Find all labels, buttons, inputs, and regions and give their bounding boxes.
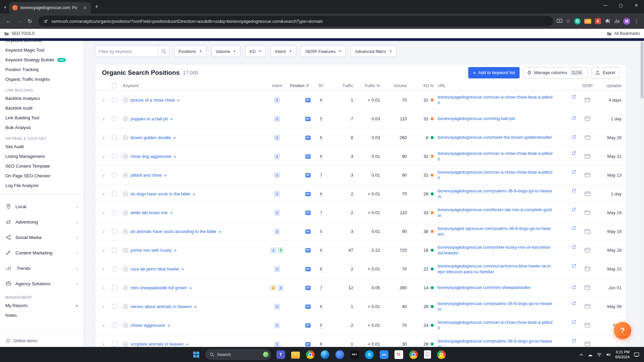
row-expand-chevron-icon[interactable]: › [99, 228, 111, 235]
col-volume[interactable]: Volume [380, 83, 407, 88]
keyword-link[interactable]: chow dog aggressive [130, 154, 171, 159]
keyword-serp-chevrons-icon[interactable]: » [174, 248, 176, 253]
sidebar-item-backlink-analytics[interactable]: Backlink Analytics [0, 94, 84, 103]
serp-feature-position-icon[interactable] [305, 285, 311, 291]
keyword-serp-chevrons-icon[interactable]: » [174, 154, 176, 159]
forward-button[interactable]: → [14, 16, 24, 26]
keyword-filter-input[interactable] [95, 46, 158, 57]
view-serp-icon[interactable] [585, 210, 590, 215]
bookmarks-folder-label[interactable]: SEO TOOLS [11, 31, 35, 36]
external-link-icon[interactable] [572, 226, 576, 230]
scrollbar-thumb[interactable] [641, 42, 643, 99]
row-checkbox[interactable] [112, 266, 117, 272]
taskbar-app-notepad[interactable] [424, 350, 431, 359]
keyword-serp-chevrons-icon[interactable]: » [186, 342, 188, 347]
row-checkbox[interactable] [112, 135, 117, 140]
manage-columns-button[interactable]: ⚙Manage columns11/16 [523, 67, 588, 78]
grammarly-extension-icon[interactable]: G [574, 18, 581, 24]
taskbar-app-edge[interactable] [321, 350, 329, 359]
sf-value[interactable]: 6 [320, 248, 322, 253]
row-expand-chevron-icon[interactable]: › [99, 322, 111, 329]
window-close-button[interactable]: ✕ [629, 0, 644, 11]
sidebar-item-on-page-seo-checker[interactable]: On Page SEO Checker [0, 171, 84, 181]
view-serp-icon[interactable] [585, 285, 590, 290]
sidebar-item-social-media[interactable]: Social Media› [0, 230, 84, 245]
url-link[interactable]: bonevoyagedogrescue.com/can-a-chow-chow-… [438, 170, 553, 181]
row-expand-chevron-icon[interactable]: › [99, 266, 111, 273]
add-keyword-plus-icon[interactable] [123, 304, 128, 309]
keyword-link[interactable]: mini sheepadoodle full grown [130, 285, 187, 290]
keyword-serp-chevrons-icon[interactable]: » [167, 323, 170, 328]
site-info-icon[interactable] [43, 19, 48, 24]
add-keyword-plus-icon[interactable] [123, 98, 128, 103]
taskbar-app-bluedot[interactable] [335, 350, 344, 359]
add-keyword-plus-icon[interactable] [123, 266, 128, 272]
keywords-extension-icon[interactable]: K [595, 18, 601, 24]
row-checkbox[interactable] [112, 304, 117, 309]
tab-search-chevron-icon[interactable]: ▼ [3, 5, 7, 9]
external-link-icon[interactable] [572, 135, 576, 139]
export-button[interactable]: Export [591, 67, 620, 78]
intent-filter-dropdown[interactable]: Intent▼ [271, 46, 296, 57]
external-link-icon[interactable] [572, 95, 576, 99]
url-link[interactable]: bonevoyaged ogrescue.com/psalms-36-6-dog… [438, 226, 553, 237]
serp-feature-position-icon[interactable] [305, 135, 311, 141]
col-sf[interactable]: SF [314, 83, 328, 88]
sf-value[interactable]: 7 [320, 173, 322, 178]
taskbar-app-tl[interactable]: TL [394, 350, 403, 359]
extensions-puzzle-icon[interactable] [605, 18, 610, 24]
keyword-serp-chevrons-icon[interactable]: » [181, 266, 184, 272]
taskbar-app-gcircle[interactable] [409, 350, 418, 359]
sf-value[interactable]: 5 [320, 229, 322, 235]
positions-filter-dropdown[interactable]: Positions▼ [174, 46, 207, 57]
new-tab-button[interactable]: + [95, 3, 99, 10]
add-keyword-plus-icon[interactable] [123, 285, 128, 291]
sf-value[interactable]: 7 [320, 210, 322, 216]
external-link-icon[interactable] [572, 301, 576, 305]
external-link-icon[interactable] [572, 207, 576, 212]
view-serp-icon[interactable] [585, 323, 590, 328]
url-link[interactable]: bonevoyagedogrescue.com/mini-sheepadoodl… [438, 285, 553, 291]
view-serp-icon[interactable] [585, 173, 590, 178]
sidebar-item-advertising[interactable]: Advertising› [0, 214, 84, 230]
url-link[interactable]: bonevoyagedogrescue.com/psalms-36-6-dogs… [438, 188, 553, 200]
sf-value[interactable]: 5 [320, 323, 322, 328]
serp-feature-position-icon[interactable] [305, 229, 311, 235]
url-link[interactable]: bonevoyagedogrescue.com/can-a-chow-chow-… [438, 151, 553, 162]
view-serp-icon[interactable] [585, 191, 590, 196]
row-expand-chevron-icon[interactable]: › [99, 341, 111, 347]
sidebar-item-backlink-audit[interactable]: Backlink Audit [0, 103, 84, 113]
tray-chevron-up-icon[interactable] [579, 353, 583, 356]
row-checkbox[interactable] [112, 323, 117, 328]
taskbar-search-box[interactable]: Search [205, 349, 271, 360]
keyword-link[interactable]: scripture animals in heaven [130, 342, 183, 347]
window-maximize-button[interactable]: ▢ [613, 0, 629, 11]
col-traffic-pct[interactable]: Traffic % [353, 83, 380, 88]
reload-button[interactable]: ↻ [25, 16, 35, 26]
sf-value[interactable]: 6 [320, 98, 322, 103]
speaker-icon[interactable] [606, 353, 611, 357]
url-link[interactable]: bonevoyagedogrescue.com/boxer-lab-mix-a-… [438, 207, 553, 219]
url-link[interactable]: bonevoyagedogrescue.com/psalms-36-6-dogs… [438, 339, 553, 347]
add-keyword-plus-icon[interactable] [123, 210, 128, 216]
keyword-link[interactable]: white lab boxer mix [130, 210, 168, 215]
browser-menu-icon[interactable]: ⋮ [634, 18, 639, 24]
view-serp-icon[interactable] [585, 135, 590, 140]
sidebar-item-link-building-tool[interactable]: Link Building Tool [0, 113, 84, 123]
external-link-icon[interactable] [572, 245, 576, 249]
keyword-link[interactable]: verses about animals in heaven [130, 304, 192, 309]
sf-value[interactable]: 6 [320, 191, 322, 197]
keyword-serp-chevrons-icon[interactable]: » [164, 173, 166, 178]
row-checkbox[interactable] [112, 285, 117, 290]
start-button[interactable] [191, 350, 201, 360]
row-expand-chevron-icon[interactable]: › [99, 191, 111, 197]
col-intent[interactable]: Intent [265, 83, 289, 88]
url-link[interactable]: bonevoyagedogrescue.com/dog-ball-pit/ [438, 116, 553, 122]
col-traffic[interactable]: Traffic [328, 83, 353, 88]
col-keyword[interactable]: Keyword [123, 83, 265, 88]
row-expand-chevron-icon[interactable]: › [99, 134, 111, 141]
keyword-link[interactable]: yorkie mix with husky [130, 248, 172, 253]
sf-value[interactable]: 7 [320, 285, 322, 291]
view-serp-icon[interactable] [585, 154, 590, 159]
taskbar-app-zoom[interactable]: zm [380, 350, 388, 359]
